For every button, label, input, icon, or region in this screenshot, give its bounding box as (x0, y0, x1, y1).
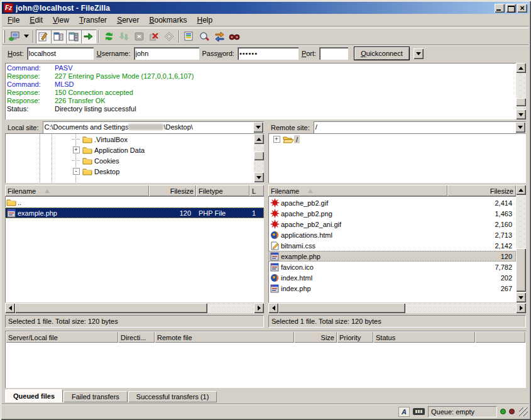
disconnect-button[interactable] (146, 30, 161, 43)
password-input[interactable] (238, 47, 298, 60)
message-log-scrollbar[interactable] (516, 63, 526, 119)
column-header-status[interactable]: Status (373, 331, 475, 343)
file-row[interactable]: apache_pb2_ani.gif 2,160 (268, 219, 516, 229)
scroll-right-button[interactable] (254, 303, 264, 313)
local-tree-item-cookies[interactable]: Cookies (6, 155, 263, 166)
menu-transfer[interactable]: Transfer (74, 14, 112, 26)
local-list-hscrollbar[interactable] (5, 303, 264, 313)
directory-comparison-button[interactable] (197, 30, 212, 43)
resize-grip[interactable] (519, 407, 528, 416)
ico-file-icon (270, 263, 280, 272)
ascii-transfer-type-icon[interactable]: A (398, 407, 410, 417)
scroll-down-button[interactable] (516, 292, 526, 302)
reconnect-button[interactable] (161, 30, 177, 43)
local-tree-item-desktop[interactable]: - Desktop (6, 166, 263, 177)
file-row-example-php[interactable]: example.php 120 PHP File 1 (5, 207, 264, 218)
column-header-filetype[interactable]: Filetype (196, 185, 249, 196)
local-tree-item-virtualbox[interactable]: .VirtualBox (6, 134, 263, 145)
filter-button[interactable] (182, 30, 197, 43)
scroll-right-button[interactable] (516, 303, 526, 313)
column-header-filename[interactable]: Filename (5, 185, 149, 196)
menu-edit[interactable]: Edit (25, 14, 48, 26)
remote-site-combo[interactable]: / (314, 121, 526, 133)
scrollbar-thumb[interactable] (254, 152, 264, 160)
minimize-button[interactable] (495, 4, 505, 13)
site-manager-button[interactable] (7, 30, 22, 43)
process-queue-button[interactable] (116, 30, 131, 43)
scrollbar-thumb[interactable] (15, 303, 207, 313)
toggle-message-log-button[interactable] (36, 30, 51, 43)
file-row-example-php[interactable]: example.php 120 (268, 251, 516, 262)
toggle-local-tree-button[interactable] (51, 30, 66, 43)
menu-view[interactable]: View (48, 14, 74, 26)
menu-server[interactable]: Server (112, 14, 144, 26)
column-header-filesize[interactable]: Filesize (447, 185, 516, 196)
column-header-remote-file[interactable]: Remote file (155, 331, 294, 343)
menu-bookmarks[interactable]: Bookmarks (144, 14, 192, 26)
menu-file[interactable]: File (3, 14, 25, 26)
file-row[interactable]: apache_pb2.gif 2,414 (268, 197, 516, 208)
close-button[interactable] (517, 4, 527, 13)
quickconnect-button[interactable]: Quickconnect (354, 47, 410, 60)
column-header-filesize[interactable]: Filesize (149, 185, 196, 196)
file-row-parent-dir[interactable]: .. (5, 197, 264, 207)
remote-list-hscrollbar[interactable] (268, 303, 526, 313)
column-header-priority[interactable]: Priority (337, 331, 373, 343)
site-manager-dropdown-button[interactable] (22, 30, 31, 43)
synchronized-browsing-button[interactable] (212, 30, 227, 43)
tab-failed-transfers[interactable]: Failed transfers (63, 391, 128, 402)
cancel-button[interactable] (131, 30, 146, 43)
file-row[interactable]: index.php 267 (268, 283, 516, 294)
scroll-left-button[interactable] (5, 303, 15, 313)
css-file-icon (270, 241, 280, 250)
speed-limits-icon[interactable] (413, 408, 425, 415)
scrollbar-thumb[interactable] (516, 98, 526, 106)
quickconnect-dropdown-button[interactable] (413, 48, 424, 59)
scrollbar-thumb[interactable] (516, 248, 526, 292)
file-row[interactable]: bitnami.css 2,142 (268, 240, 516, 251)
toggle-transfer-queue-button[interactable] (81, 30, 96, 43)
refresh-button[interactable] (101, 30, 116, 43)
port-input[interactable] (319, 47, 348, 60)
scroll-down-button[interactable] (254, 172, 264, 182)
tab-queued-files[interactable]: Queued files (5, 389, 63, 402)
remote-file-list: apache_pb2.gif 2,414 apache_pb2.png 1,46… (268, 196, 516, 302)
column-header-filename[interactable]: Filename (268, 185, 447, 196)
column-header-server-local-file[interactable]: Server/Local file (6, 331, 118, 343)
column-header-direction[interactable]: Directi... (118, 331, 155, 343)
local-tree-scrollbar[interactable] (254, 134, 264, 182)
host-input[interactable] (27, 47, 94, 60)
local-site-label: Local site: (5, 124, 43, 131)
scroll-up-button[interactable] (516, 185, 526, 195)
message-log-icon (38, 31, 48, 41)
find-files-button[interactable] (227, 30, 242, 43)
toggle-remote-tree-button[interactable] (66, 30, 81, 43)
scroll-up-button[interactable] (254, 134, 264, 144)
tree-expand-icon[interactable]: + (73, 146, 80, 153)
tab-successful-transfers[interactable]: Successful transfers (1) (128, 391, 217, 402)
column-header-size[interactable]: Size (294, 331, 337, 343)
maximize-button[interactable] (506, 4, 516, 13)
file-row[interactable]: favicon.ico 7,782 (268, 262, 516, 272)
apache-file-icon (270, 198, 280, 207)
scroll-down-button[interactable] (516, 109, 526, 119)
folder-icon (82, 167, 92, 175)
scroll-up-button[interactable] (516, 63, 526, 73)
file-row[interactable]: applications.html 2,713 (268, 229, 516, 240)
activity-led-red-icon (509, 409, 515, 414)
column-header-last-modified[interactable]: L (249, 185, 264, 196)
local-site-dropdown-button[interactable] (253, 122, 263, 133)
menu-help[interactable]: Help (192, 14, 218, 26)
scrollbar-thumb[interactable] (278, 303, 405, 313)
local-tree-item-application-data[interactable]: + Application Data (6, 145, 263, 155)
tree-expand-icon[interactable]: + (273, 136, 280, 143)
file-row[interactable]: index.html 202 (268, 272, 516, 283)
remote-tree-item-root[interactable]: + / (269, 134, 525, 145)
local-site-combo[interactable]: C:\Documents and Settings\Desktop\ (43, 121, 264, 133)
tree-collapse-icon[interactable]: - (73, 168, 80, 175)
scroll-left-button[interactable] (268, 303, 278, 313)
remote-list-scrollbar[interactable] (516, 185, 526, 302)
file-row[interactable]: apache_pb2.png 1,463 (268, 208, 516, 219)
remote-site-dropdown-button[interactable] (515, 122, 525, 133)
username-input[interactable] (134, 47, 199, 60)
